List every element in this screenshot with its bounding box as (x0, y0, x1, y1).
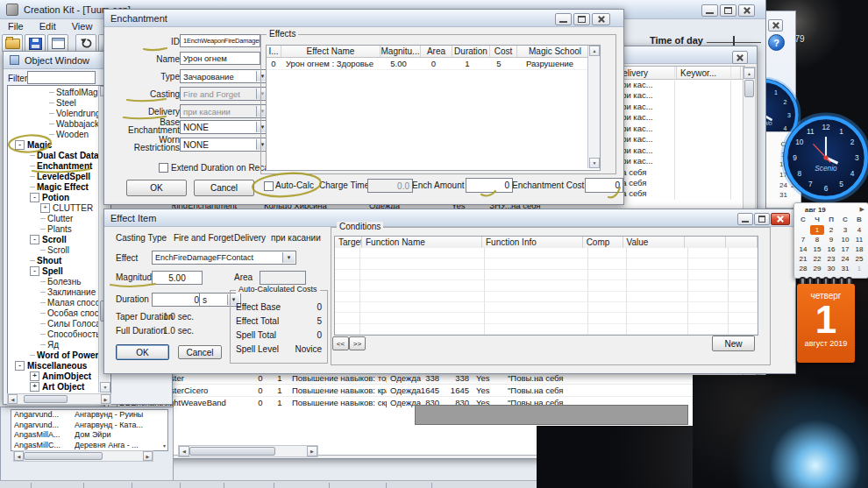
list-cell[interactable]: на себя (613, 188, 740, 199)
maximize-icon[interactable] (720, 4, 736, 17)
calendar-cell[interactable]: 8 (810, 235, 824, 244)
ok-button[interactable]: OK (126, 180, 187, 196)
calendar-cell[interactable]: 23 (824, 254, 838, 264)
list-cell[interactable]: при кас... (613, 145, 740, 156)
calendar-cell[interactable]: 22 (810, 254, 824, 264)
help-icon[interactable]: ? (768, 34, 785, 51)
next-button[interactable]: >> (349, 336, 366, 350)
tree-expander-icon[interactable]: - (15, 361, 25, 371)
calendar-cell[interactable]: 30 (824, 264, 838, 273)
list-hscrollbar[interactable] (178, 445, 318, 457)
new-button[interactable]: New (712, 336, 755, 351)
name-input[interactable]: Урон огнем (180, 52, 260, 65)
tree-item[interactable]: + Art Object (9, 381, 98, 392)
tree-item[interactable]: LeveledSpell (9, 171, 98, 181)
tree-expander-icon[interactable]: - (30, 266, 39, 276)
list-item[interactable]: AngasMillC... Деревня Анга - ... (11, 441, 167, 451)
close-icon[interactable] (592, 13, 610, 25)
magnitude-input[interactable]: 5.00 (152, 271, 203, 285)
calendar-cell[interactable]: 15 (810, 244, 824, 254)
scroll-down-icon[interactable] (589, 158, 600, 168)
column-header[interactable]: Target (335, 237, 362, 248)
calendar-cell[interactable]: 1 (810, 225, 824, 235)
close-icon[interactable] (738, 4, 755, 17)
column-header[interactable]: Cost (490, 46, 517, 57)
tree-expander-icon[interactable]: - (15, 140, 25, 150)
scroll-left-icon[interactable] (14, 451, 24, 461)
calendar-next-icon[interactable]: ▶ (860, 206, 864, 213)
calendar-cell[interactable]: 25 (852, 254, 866, 264)
list-cell[interactable]: при кас... (613, 134, 740, 145)
tree-expander-icon[interactable]: + (30, 371, 39, 381)
tree-item[interactable]: - Potion (9, 192, 98, 202)
enchantment-cost-input[interactable]: 0 (585, 178, 623, 193)
tree-item[interactable]: Enchantment (9, 160, 98, 171)
tree-item[interactable]: Малая способн (9, 297, 98, 308)
tree-item[interactable]: Заклинание (9, 286, 98, 297)
tree-item[interactable]: Силы Голоса (9, 318, 98, 329)
list-cell[interactable]: при кас... (613, 80, 740, 90)
tree-item[interactable]: Способность (9, 329, 98, 339)
column-header[interactable] (685, 237, 727, 248)
mini-calendar[interactable]: авг 19 ▶ СЧПСВ 1234789101114151617182122… (793, 202, 868, 279)
scroll-left-icon[interactable] (8, 394, 18, 404)
calendar-cell[interactable]: 7 (796, 235, 810, 244)
calendar-cell[interactable] (796, 225, 810, 235)
tree-item[interactable]: Wabbajack (9, 118, 98, 129)
tearoff-calendar[interactable]: четверг 1 август 2019 (797, 277, 855, 363)
tree-expander-icon[interactable]: + (40, 203, 50, 213)
enchantment-titlebar[interactable]: Enchantment (104, 10, 623, 27)
calendar-cell[interactable]: 4 (852, 225, 866, 235)
scrollbar-thumb[interactable] (24, 452, 103, 460)
side-panel-close-icon[interactable] (768, 19, 783, 32)
column-header[interactable]: Magic School (517, 46, 594, 57)
tree-expander-icon[interactable]: - (30, 193, 39, 202)
effect-item-titlebar[interactable]: Effect Item (104, 209, 795, 227)
tree-expander-icon[interactable]: - (30, 235, 39, 244)
calendar-cell[interactable]: 18 (852, 244, 866, 254)
cancel-button[interactable]: Cancel (194, 180, 254, 196)
tree-item[interactable]: - Scroll (9, 234, 98, 244)
list-cell[interactable]: при кас... (613, 124, 740, 134)
tree-item[interactable]: - Spell (9, 265, 98, 276)
menu-item[interactable]: Edit (32, 21, 64, 32)
extend-duration-checkbox[interactable] (159, 163, 168, 173)
calendar-cell[interactable]: 11 (852, 235, 866, 244)
undo-icon[interactable] (75, 34, 96, 53)
column-header[interactable]: Comp (583, 237, 623, 248)
tree-item[interactable]: Dual Cast Data (9, 150, 98, 160)
calendar-cell[interactable]: 24 (838, 254, 852, 264)
tree-item[interactable]: Volendrung (9, 108, 98, 118)
tree-hscrollbar[interactable] (7, 393, 111, 405)
table-row[interactable]: E DBEnchantJesterCicero 0 1 Повышение на… (106, 385, 739, 397)
filter-input[interactable] (27, 71, 96, 84)
minimize-icon[interactable] (555, 13, 572, 25)
calendar-cell[interactable]: 14 (796, 244, 810, 254)
tree-item[interactable]: - Miscellaneous (9, 360, 98, 371)
tree-item[interactable]: Яд (9, 339, 98, 350)
calendar-cell[interactable]: 10 (838, 235, 852, 244)
duration-input[interactable]: 0 (152, 293, 203, 307)
column-header[interactable] (726, 237, 758, 248)
list-cell[interactable]: при кас... (613, 90, 740, 101)
effects-vscrollbar[interactable] (587, 46, 600, 168)
scroll-right-icon[interactable] (307, 446, 317, 456)
scroll-right-icon[interactable] (143, 451, 153, 461)
scrollbar-thumb[interactable] (24, 395, 68, 403)
column-header[interactable]: I... (267, 46, 281, 57)
tree-item[interactable]: Word of Power (9, 350, 98, 360)
tree-item[interactable]: Plants (9, 223, 98, 234)
scroll-up-icon[interactable] (589, 46, 600, 56)
menu-item[interactable]: View (64, 21, 101, 32)
calendar-cell[interactable]: 9 (824, 235, 838, 244)
tree-item[interactable]: Shout (9, 255, 98, 265)
list-cell[interactable]: при кас... (613, 112, 740, 123)
minimize-icon[interactable] (701, 4, 718, 17)
open-icon[interactable] (2, 34, 23, 53)
effect-combobox[interactable]: EnchFireDamageFFContact (152, 251, 296, 265)
tree-item[interactable]: Clutter (9, 213, 98, 223)
id-input[interactable]: 1EnchWeaponFireDamage01 (180, 34, 260, 47)
column-header[interactable]: Value (623, 237, 685, 248)
column-header[interactable]: Duration (452, 46, 490, 57)
calendar-cell[interactable]: 21 (796, 254, 810, 264)
